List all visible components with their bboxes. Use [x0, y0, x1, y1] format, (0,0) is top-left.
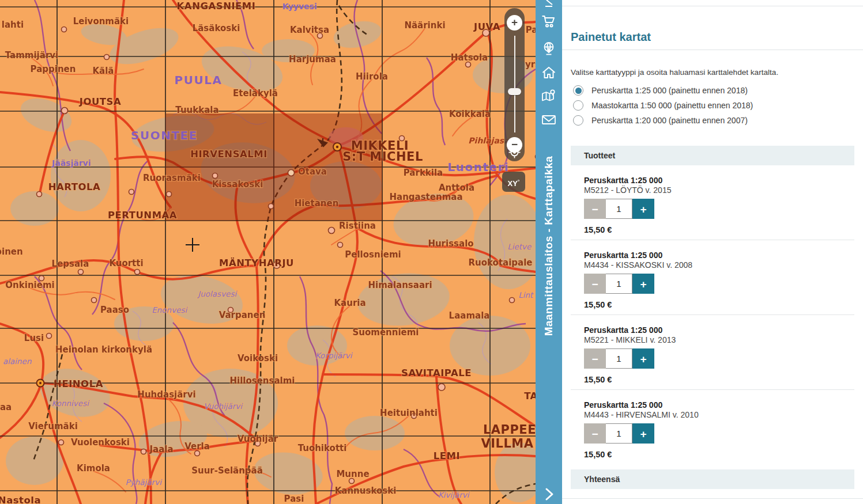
map-place-label: PERTUNMAA — [108, 210, 177, 221]
quantity-decrease-button[interactable]: − — [584, 423, 606, 444]
quantity-increase-button[interactable]: + — [632, 199, 654, 219]
map-place-label: HEINOLA — [54, 378, 103, 389]
panel-header: Painetut kartat — [562, 6, 863, 50]
map-place-label: Tammijärvi — [5, 50, 58, 60]
map-place-label: LEMI — [434, 450, 460, 461]
map-type-option-1[interactable]: Maastokartta 1:50 000 (painettu ennen 20… — [571, 98, 854, 113]
selected-sheets-overlay[interactable] — [165, 113, 382, 221]
map-place-label: VILLMA — [481, 437, 534, 450]
map-canvas[interactable]: KANGASNIEMIKyyvesilahtiLeivonmäkiLäsäkos… — [0, 0, 536, 504]
mail-icon[interactable] — [541, 112, 557, 128]
map-place-label: Hiirola — [356, 71, 388, 82]
expand-panel-chevron-icon[interactable] — [541, 487, 556, 502]
map-place-label: Lint — [518, 290, 534, 300]
geolocate-button[interactable] — [507, 145, 522, 160]
map-place-label: Harjumaa — [289, 54, 336, 65]
product-price: 15,50 € — [584, 450, 854, 460]
map-location-icon[interactable] — [541, 88, 557, 104]
map-place-label: HARTOLA — [48, 181, 101, 192]
map-place-label: Otava — [298, 166, 327, 177]
product-sheet: M5212 - LÖYTÖ v. 2015 — [584, 185, 854, 195]
map-type-option-0[interactable]: Peruskartta 1:25 000 (painettu ennen 201… — [571, 83, 854, 98]
map-place-label: Tuohikotti — [298, 443, 347, 453]
crosshair-locate-icon — [509, 147, 521, 158]
map-place-label: Vierumäki — [28, 421, 78, 431]
app-sidebar: Maanmittauslaitos - Karttapaikka — [536, 0, 562, 504]
quantity-increase-button[interactable]: + — [632, 274, 654, 294]
map-type-label: Peruskartta 1:25 000 (painettu ennen 201… — [591, 86, 748, 95]
map-place-label: JUVA — [473, 21, 500, 32]
product-sheet: M4434 - KISSAKOSKI v. 2008 — [584, 260, 854, 270]
map-type-radio[interactable] — [573, 100, 583, 111]
product-name: Peruskartta 1:25 000 — [584, 400, 854, 410]
map-place-label: Onkiniemi — [5, 280, 54, 290]
map-place-label: Kyyvesi — [282, 2, 317, 11]
quantity-input[interactable] — [606, 199, 632, 219]
map-place-label: Kissakoski — [212, 179, 263, 190]
partial-top-icon[interactable] — [541, 0, 557, 8]
map-place-label: Pellosniemi — [345, 249, 401, 260]
map-place-label: Hurissalo — [428, 238, 473, 249]
zoom-control: + − — [504, 8, 525, 161]
quantity-decrease-button[interactable]: − — [584, 199, 606, 219]
zoom-in-button[interactable]: + — [507, 15, 522, 31]
map-place-label: Leivonmäki — [73, 16, 129, 26]
map-place-label: Voikoski — [238, 353, 278, 363]
map-place-label: Pappinen — [31, 64, 76, 74]
globe-download-icon[interactable] — [541, 40, 557, 56]
zoom-slider-handle[interactable] — [508, 88, 521, 95]
quantity-input[interactable] — [606, 348, 632, 369]
product-name: Peruskartta 1:25 000 — [584, 176, 854, 185]
products-header: Tuotteet — [571, 146, 854, 165]
map-place-label: HIRVENSALMI — [190, 149, 267, 160]
map-place-label: Vuohijärvi — [204, 401, 244, 411]
map-place-label: Suur-Selänpää — [191, 465, 263, 476]
xy-coordinates-button[interactable]: XY° — [502, 172, 525, 192]
quantity-increase-button[interactable]: + — [632, 423, 654, 444]
map-place-label: yrs — [525, 59, 536, 70]
map-type-radio[interactable] — [573, 115, 583, 126]
zoom-slider-track[interactable] — [514, 36, 515, 132]
map-place-label: Verla — [184, 441, 210, 452]
map-place-label: Kannuskoski — [335, 486, 397, 496]
product-item: Peruskartta 1:25 000 M5221 - MIKKELI v. … — [571, 315, 854, 390]
map-place-label: Heinolan kirkonkylä — [55, 344, 152, 355]
map-place-label: Koikkala — [449, 109, 491, 119]
cart-icon[interactable] — [541, 13, 557, 29]
map-place-label: Läsäkoski — [193, 23, 240, 33]
map-place-label: Juolasvesi — [197, 289, 238, 298]
product-name: Peruskartta 1:25 000 — [584, 251, 854, 260]
quantity-input[interactable] — [606, 274, 632, 294]
map-place-label: Kimola — [77, 463, 110, 473]
product-name: Peruskartta 1:25 000 — [584, 325, 854, 335]
map-place-label: SUONTEE — [131, 128, 198, 142]
map-place-label: Vuohijär — [238, 434, 278, 444]
quantity-decrease-button[interactable]: − — [584, 274, 606, 294]
map-place-label: Varpanen — [219, 310, 266, 320]
map-place-label: Suomenniemi — [352, 327, 419, 338]
quantity-stepper: − + — [584, 423, 655, 444]
product-price: 15,50 € — [584, 225, 854, 235]
map-type-option-2[interactable]: Peruskartta 1:20 000 (painettu ennen 200… — [571, 113, 854, 128]
map-type-radio[interactable] — [573, 85, 583, 96]
map-place-label: Enonvesi — [152, 305, 189, 314]
map-place-label: Ristiina — [339, 221, 376, 231]
page-title: Painetut kartat — [571, 31, 854, 44]
map-place-label: JOUTSA — [79, 96, 121, 107]
map-place-label: Eteläkylä — [233, 88, 278, 98]
map-place-label: Parkkila — [404, 168, 443, 178]
total-header: Yhteensä — [571, 469, 854, 489]
city-marker-mikkeli — [333, 143, 341, 151]
quantity-increase-button[interactable]: + — [632, 348, 654, 369]
product-item: Peruskartta 1:25 000 M4443 - HIRVENSALMI… — [571, 390, 854, 464]
topographic-map[interactable]: KANGASNIEMIKyyvesilahtiLeivonmäkiLäsäkos… — [0, 0, 536, 504]
map-place-label: Jääsjärvi — [51, 158, 91, 168]
map-place-label: Pa — [526, 25, 536, 35]
map-place-label: Kivijärvi — [438, 490, 470, 499]
home-icon[interactable] — [541, 65, 557, 81]
map-place-label: Konnivesi — [52, 399, 91, 408]
quantity-decrease-button[interactable]: − — [584, 348, 606, 369]
map-place-label: aa — [0, 402, 12, 412]
quantity-input[interactable] — [606, 423, 632, 444]
map-place-label: Himalansaari — [368, 280, 432, 290]
